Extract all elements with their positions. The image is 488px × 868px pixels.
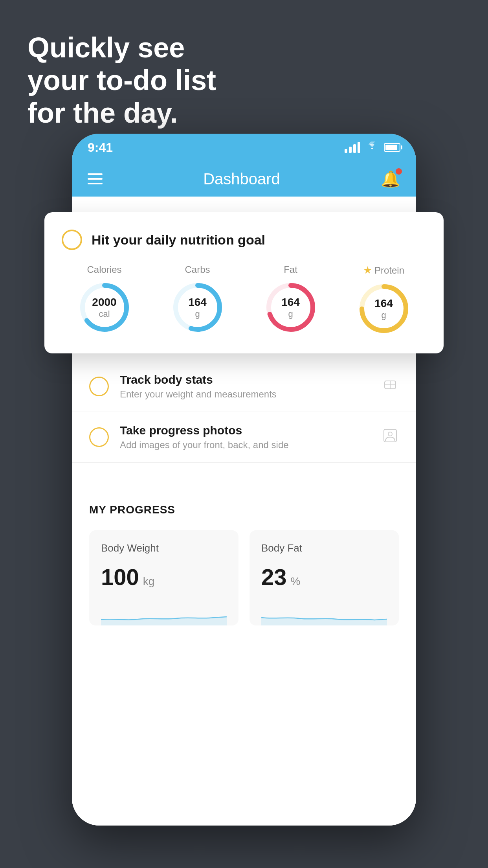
todo-text-photos: Take progress photos Add images of your … [120, 424, 371, 451]
todo-check-photos[interactable] [89, 427, 109, 447]
headline-line1: Quickly see [28, 32, 185, 63]
nutrition-check-circle[interactable] [62, 230, 82, 250]
carbs-value: 164 [188, 296, 207, 309]
body-fat-chart [261, 602, 387, 625]
todo-check-body-stats[interactable] [89, 377, 109, 396]
todo-label-photos: Take progress photos [120, 424, 371, 437]
todo-text-body-stats: Track body stats Enter your weight and m… [120, 373, 371, 400]
body-weight-value-row: 100 kg [101, 564, 227, 590]
headline-line3: for the day. [28, 97, 178, 129]
fat-unit: g [281, 309, 300, 319]
nutrition-card: Hit your daily nutrition goal Calories 2… [44, 212, 444, 353]
body-fat-value-row: 23 % [261, 564, 387, 590]
nav-bar: Dashboard 🔔 [72, 161, 416, 197]
svg-point-6 [388, 432, 392, 436]
body-weight-value: 100 [101, 564, 139, 590]
protein-value: 164 [374, 297, 393, 310]
person-icon [382, 427, 399, 448]
protein-star-icon: ★ [363, 264, 372, 276]
protein-unit: g [374, 310, 393, 320]
status-icons [345, 141, 400, 154]
battery-icon [384, 143, 400, 152]
calories-value: 2000 [92, 296, 116, 309]
card-header: Hit your daily nutrition goal [62, 230, 426, 250]
notification-badge [396, 168, 402, 175]
fat-value: 164 [281, 296, 300, 309]
todo-item-photos[interactable]: Take progress photos Add images of your … [72, 412, 416, 463]
body-weight-label: Body Weight [101, 542, 227, 554]
carbs-ring-circle: 164 g [170, 280, 225, 335]
todo-sub-photos: Add images of your front, back, and side [120, 440, 371, 451]
todo-item-body-stats[interactable]: Track body stats Enter your weight and m… [72, 361, 416, 412]
body-fat-unit: % [291, 575, 301, 588]
headline-line2: your to-do list [28, 64, 216, 96]
progress-title: MY PROGRESS [89, 504, 399, 516]
wifi-icon [366, 141, 378, 154]
protein-ring-circle: 164 g [356, 281, 411, 336]
body-weight-unit: kg [143, 575, 155, 588]
calories-ring: Calories 2000 cal [77, 264, 132, 336]
body-weight-chart [101, 602, 227, 625]
calories-unit: cal [92, 309, 116, 319]
scale-icon [382, 376, 399, 397]
status-time: 9:41 [88, 140, 113, 155]
carbs-unit: g [188, 309, 207, 319]
protein-ring: ★ Protein 164 g [356, 264, 411, 336]
fat-ring-circle: 164 g [263, 280, 318, 335]
nav-title: Dashboard [203, 170, 280, 188]
hamburger-button[interactable] [88, 173, 103, 184]
carbs-ring: Carbs 164 g [170, 264, 225, 336]
headline-text: Quickly see your to-do list for the day. [28, 31, 255, 129]
status-bar: 9:41 [72, 134, 416, 161]
calories-ring-circle: 2000 cal [77, 280, 132, 335]
body-weight-card[interactable]: Body Weight 100 kg [89, 530, 238, 625]
body-fat-label: Body Fat [261, 542, 387, 554]
calories-label: Calories [87, 264, 121, 275]
body-fat-value: 23 [261, 564, 287, 590]
progress-section: MY PROGRESS Body Weight 100 kg [72, 486, 416, 625]
carbs-label: Carbs [185, 264, 210, 275]
protein-label: ★ Protein [363, 264, 404, 276]
body-fat-card[interactable]: Body Fat 23 % [250, 530, 399, 625]
notification-button[interactable]: 🔔 [381, 170, 400, 188]
signal-icon [345, 142, 360, 153]
nutrition-rings: Calories 2000 cal Carbs [62, 264, 426, 336]
nutrition-card-title: Hit your daily nutrition goal [92, 232, 265, 248]
progress-cards: Body Weight 100 kg Body Fat [89, 530, 399, 625]
fat-ring: Fat 164 g [263, 264, 318, 336]
todo-label-body-stats: Track body stats [120, 373, 371, 386]
todo-sub-body-stats: Enter your weight and measurements [120, 389, 371, 400]
fat-label: Fat [284, 264, 297, 275]
